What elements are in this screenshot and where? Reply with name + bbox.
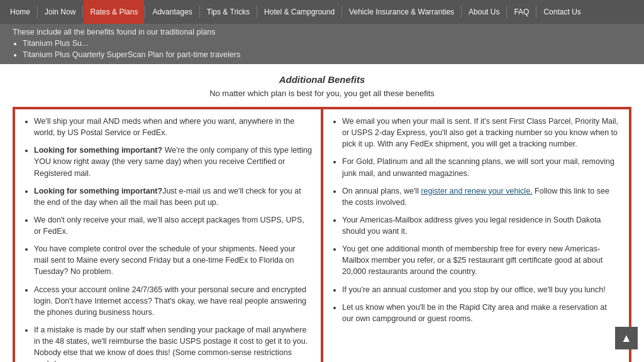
left-benefit-7: If a mistake is made by our staff when s… (34, 324, 312, 362)
nav-home[interactable]: Home (4, 0, 36, 24)
left-benefit-2: Looking for something important? We're t… (34, 145, 312, 178)
right-benefit-4: Your Americas-Mailbox address gives you … (342, 214, 620, 237)
right-benefits-list: We email you when your mail is sent. If … (332, 116, 620, 324)
banner-item-1: Titanium Plus Su... (23, 39, 631, 48)
right-benefit-2: For Gold, Platinum and all the scanning … (342, 156, 620, 178)
nav-divider-2 (82, 6, 83, 18)
nav-divider-4 (199, 6, 200, 18)
benefits-left-col: We'll ship your mail AND meds when and w… (14, 108, 322, 362)
nav-faq[interactable]: FAQ (508, 0, 535, 24)
banner-intro: These include all the benefits found in … (13, 28, 215, 36)
nav-about-us[interactable]: About Us (462, 0, 506, 24)
nav-divider-8 (506, 6, 507, 18)
right-benefit-7: Let us know when you'll be in the Rapid … (342, 302, 620, 324)
navbar: Home Join Now Rates & Plans Advantages T… (0, 0, 644, 24)
nav-join-now[interactable]: Join Now (38, 0, 82, 24)
benefits-right-col: We email you when your mail is sent. If … (322, 108, 630, 362)
nav-divider-1 (37, 6, 38, 18)
nav-contact-us[interactable]: Contact Us (537, 0, 587, 24)
nav-hotel-campground[interactable]: Hotel & Campground (258, 0, 341, 24)
banner-list: Titanium Plus Su... Titanium Plus Quarte… (23, 39, 631, 59)
left-benefit-3: Looking for something important?Just e-m… (34, 185, 312, 208)
nav-tips-tricks[interactable]: Tips & Tricks (201, 0, 256, 24)
top-banner: These include all the benefits found in … (0, 24, 644, 64)
register-renew-link[interactable]: register and renew your vehicle. (421, 187, 532, 195)
scroll-top-button[interactable]: ▲ (615, 327, 638, 349)
nav-divider-9 (536, 6, 536, 18)
banner-item-2: Titanium Plus Quarterly SuperScan Plan f… (23, 50, 631, 59)
left-benefit-5: You have complete control over the sched… (34, 243, 312, 277)
nav-divider-7 (461, 6, 462, 18)
left-benefit-1: We'll ship your mail AND meds when and w… (34, 116, 312, 138)
nav-advantages[interactable]: Advantages (146, 0, 198, 24)
nav-vehicle-insurance[interactable]: Vehicle Insurance & Warranties (343, 0, 460, 24)
benefits-grid: We'll ship your mail AND meds when and w… (13, 107, 631, 362)
left-benefit-6: Access your account online 24/7/365 with… (34, 284, 312, 318)
right-benefit-5: You get one additional month of membersh… (342, 243, 620, 277)
nav-divider-6 (341, 6, 342, 18)
right-benefit-6: If you're an annual customer and you sto… (342, 284, 620, 295)
main-content: Additional Benefits No matter which plan… (0, 64, 644, 362)
left-benefits-list: We'll ship your mail AND meds when and w… (24, 116, 312, 362)
left-benefit-4: We don't only receive your mail, we'll a… (34, 214, 312, 237)
right-benefit-1: We email you when your mail is sent. If … (342, 116, 620, 150)
section-title: Additional Benefits (13, 74, 631, 85)
nav-rates-plans[interactable]: Rates & Plans (84, 0, 144, 24)
nav-divider-5 (257, 6, 257, 18)
nav-divider-3 (145, 6, 145, 18)
right-benefit-3: On annual plans, we'll register and rene… (342, 185, 620, 208)
section-subtitle: No matter which plan is best for you, yo… (13, 89, 631, 98)
